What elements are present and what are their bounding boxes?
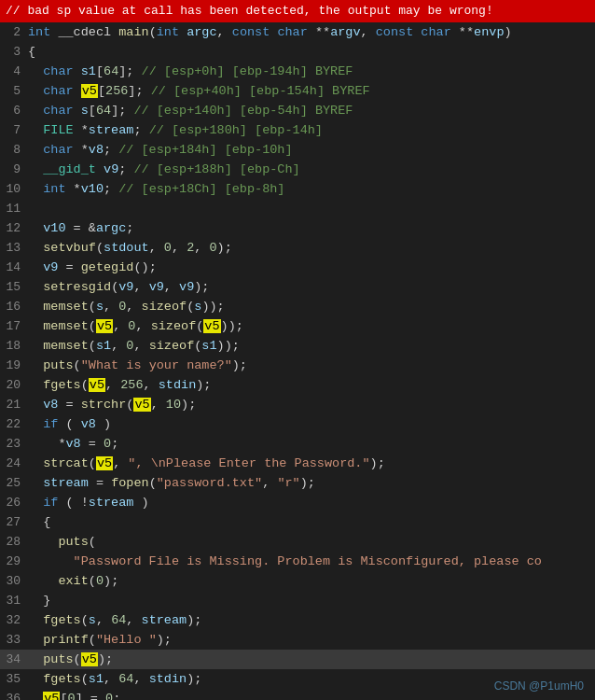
code-line: 28 puts( <box>0 532 595 552</box>
line-content: *v8 = 0; <box>28 434 595 454</box>
watermark: CSDN @P1umH0 <box>494 679 584 693</box>
line-content: puts( <box>28 532 595 552</box>
code-line: 13 setvbuf(stdout, 0, 2, 0); <box>0 238 595 258</box>
line-number: 18 <box>0 336 28 356</box>
line-number: 22 <box>0 414 28 434</box>
code-line: 17 memset(v5, 0, sizeof(v5)); <box>0 316 595 336</box>
line-content: setresgid(v9, v9, v9); <box>28 277 595 297</box>
line-number: 20 <box>0 375 28 395</box>
line-number: 27 <box>0 512 28 532</box>
line-content: fgets(s, 64, stream); <box>28 610 595 630</box>
line-content: "Password File is Missing. Problem is Mi… <box>28 552 595 571</box>
line-number: 9 <box>0 160 28 179</box>
line-number: 25 <box>0 473 28 493</box>
line-number: 26 <box>0 493 28 512</box>
line-number: 6 <box>0 101 28 120</box>
line-number: 13 <box>0 238 28 258</box>
line-content: strcat(v5, ", \nPlease Enter the Passwor… <box>28 454 595 473</box>
line-number: 33 <box>0 630 28 650</box>
code-line: 11 <box>0 199 595 218</box>
line-content: if ( !stream ) <box>28 493 595 512</box>
line-content: } <box>28 591 595 610</box>
line-content: { <box>28 42 595 62</box>
code-line: 8 char *v8; // [esp+184h] [ebp-10h] <box>0 140 595 160</box>
code-line: 21 v8 = strchr(v5, 10); <box>0 395 595 414</box>
code-line: 32 fgets(s, 64, stream); <box>0 610 595 630</box>
line-number: 30 <box>0 571 28 591</box>
line-number: 7 <box>0 120 28 140</box>
line-number: 15 <box>0 277 28 297</box>
line-content: char s[64]; // [esp+140h] [ebp-54h] BYRE… <box>28 101 595 120</box>
line-number: 17 <box>0 316 28 336</box>
line-content: v9 = getegid(); <box>28 258 595 277</box>
line-number: 14 <box>0 258 28 277</box>
line-number: 23 <box>0 434 28 454</box>
code-line: 19 puts("What is your name?"); <box>0 356 595 375</box>
line-content: v10 = &argc; <box>28 218 595 238</box>
line-number: 34 <box>0 650 28 669</box>
line-number: 10 <box>0 179 28 199</box>
line-content: stream = fopen("password.txt", "r"); <box>28 473 595 493</box>
code-line: 31 } <box>0 591 595 610</box>
line-content: exit(0); <box>28 571 595 591</box>
line-content: puts("What is your name?"); <box>28 356 595 375</box>
code-line: 12 v10 = &argc; <box>0 218 595 238</box>
line-content: v8 = strchr(v5, 10); <box>28 395 595 414</box>
code-line: 27 { <box>0 512 595 532</box>
code-line: 9 __gid_t v9; // [esp+188h] [ebp-Ch] <box>0 160 595 179</box>
code-line: 20 fgets(v5, 256, stdin); <box>0 375 595 395</box>
line-content: char v5[256]; // [esp+40h] [ebp-154h] BY… <box>28 81 595 101</box>
warning-banner: // bad sp value at call has been detecte… <box>0 0 595 22</box>
code-line: 5 char v5[256]; // [esp+40h] [ebp-154h] … <box>0 81 595 101</box>
line-content: fgets(v5, 256, stdin); <box>28 375 595 395</box>
line-number: 4 <box>0 62 28 81</box>
line-content: int __cdecl main(int argc, const char **… <box>28 22 595 42</box>
line-number: 35 <box>0 669 28 689</box>
code-line: 24 strcat(v5, ", \nPlease Enter the Pass… <box>0 454 595 473</box>
line-number: 5 <box>0 81 28 101</box>
line-content: puts(v5); <box>28 650 595 669</box>
code-line: 26 if ( !stream ) <box>0 493 595 512</box>
line-number: 11 <box>0 199 28 218</box>
line-content: FILE *stream; // [esp+180h] [ebp-14h] <box>28 120 595 140</box>
code-line: 30 exit(0); <box>0 571 595 591</box>
line-content: memset(s, 0, sizeof(s)); <box>28 297 595 316</box>
code-line: 15 setresgid(v9, v9, v9); <box>0 277 595 297</box>
line-number: 31 <box>0 591 28 610</box>
line-number: 21 <box>0 395 28 414</box>
line-number: 24 <box>0 454 28 473</box>
code-line: 34 puts(v5); <box>0 650 595 669</box>
line-number: 36 <box>0 689 28 700</box>
line-number: 28 <box>0 532 28 552</box>
line-content: { <box>28 512 595 532</box>
code-line: 2 int __cdecl main(int argc, const char … <box>0 22 595 42</box>
line-content <box>28 199 595 218</box>
line-content: char s1[64]; // [esp+0h] [ebp-194h] BYRE… <box>28 62 595 81</box>
code-line: 29 "Password File is Missing. Problem is… <box>0 552 595 571</box>
line-content: printf("Hello "); <box>28 630 595 650</box>
code-line: 25 stream = fopen("password.txt", "r"); <box>0 473 595 493</box>
code-line: 18 memset(s1, 0, sizeof(s1)); <box>0 336 595 356</box>
line-number: 12 <box>0 218 28 238</box>
code-container: // bad sp value at call has been detecte… <box>0 0 595 700</box>
line-number: 2 <box>0 22 28 42</box>
line-content: char *v8; // [esp+184h] [ebp-10h] <box>28 140 595 160</box>
line-number: 16 <box>0 297 28 316</box>
line-content: memset(v5, 0, sizeof(v5)); <box>28 316 595 336</box>
line-number: 3 <box>0 42 28 62</box>
code-line: 22 if ( v8 ) <box>0 414 595 434</box>
line-number: 29 <box>0 552 28 571</box>
code-line: 33 printf("Hello "); <box>0 630 595 650</box>
line-content: setvbuf(stdout, 0, 2, 0); <box>28 238 595 258</box>
line-content: __gid_t v9; // [esp+188h] [ebp-Ch] <box>28 160 595 179</box>
code-area: 2 int __cdecl main(int argc, const char … <box>0 22 595 700</box>
code-line: 3 { <box>0 42 595 62</box>
code-line: 10 int *v10; // [esp+18Ch] [ebp-8h] <box>0 179 595 199</box>
line-number: 8 <box>0 140 28 160</box>
line-number: 32 <box>0 610 28 630</box>
code-line: 7 FILE *stream; // [esp+180h] [ebp-14h] <box>0 120 595 140</box>
code-line: 4 char s1[64]; // [esp+0h] [ebp-194h] BY… <box>0 62 595 81</box>
code-line: 16 memset(s, 0, sizeof(s)); <box>0 297 595 316</box>
line-content: int *v10; // [esp+18Ch] [ebp-8h] <box>28 179 595 199</box>
line-content: memset(s1, 0, sizeof(s1)); <box>28 336 595 356</box>
